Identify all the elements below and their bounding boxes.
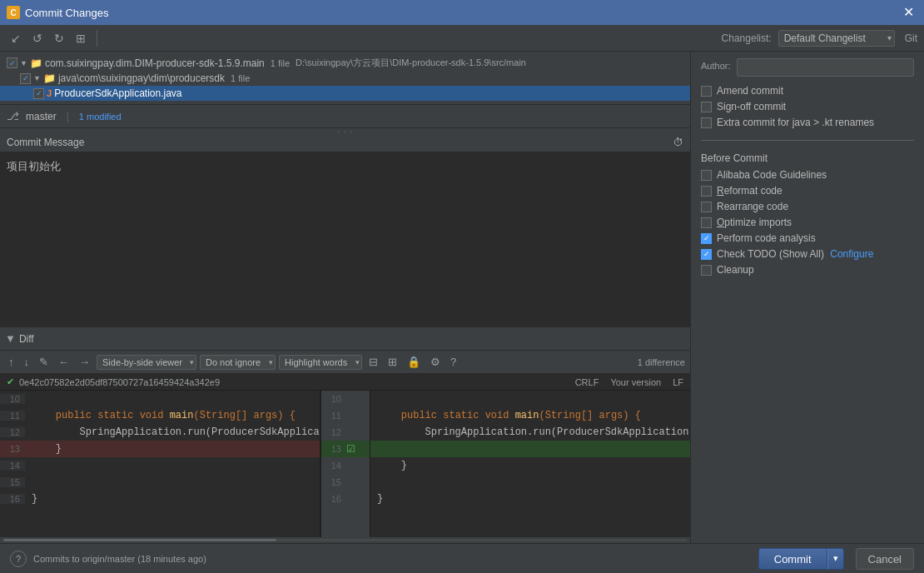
optimize-label: Optimize imports bbox=[717, 217, 792, 228]
right-line-15 bbox=[370, 474, 690, 491]
codeanalysis-item[interactable]: Perform code analysis bbox=[701, 232, 914, 244]
diff-file-hash: 0e42c07582e2d05df87500727a16459424a342e9 bbox=[19, 377, 220, 387]
right-linenums-pane: 10 11 12 13 ☑ 14 bbox=[320, 391, 370, 537]
right-line-11: public static void main(String[] args) { bbox=[370, 407, 690, 424]
amend-commit-item[interactable]: Amend commit bbox=[701, 85, 914, 97]
diff-check-icon: ✔ bbox=[7, 376, 14, 387]
tree-item-root-path: D:\suixingpay\方云项目\DIM-producer-sdk-1.5.… bbox=[296, 57, 526, 69]
folder-icon-package: 📁 bbox=[43, 72, 56, 84]
commit-btn-group: Commit ▾ bbox=[758, 548, 844, 570]
left-linenum-16: 16 bbox=[0, 494, 25, 504]
left-linenum-15: 15 bbox=[0, 477, 25, 487]
horizontal-scrollbar[interactable] bbox=[3, 539, 687, 541]
before-commit-checkboxes: Alibaba Code Guidelines Reformat code Re… bbox=[701, 169, 914, 276]
close-button[interactable]: ✕ bbox=[900, 6, 917, 19]
diff-prev-btn[interactable]: ↑ bbox=[5, 354, 17, 370]
commit-dropdown-btn[interactable]: ▾ bbox=[827, 548, 844, 570]
optimize-checkbox[interactable] bbox=[701, 217, 712, 228]
help-btn[interactable]: ? bbox=[447, 354, 460, 370]
right-panel: Author: Amend commit Sign-off commit Ext… bbox=[691, 52, 924, 543]
changelist-wrapper: Default Changelist ▾ bbox=[778, 30, 895, 47]
extra-commit-label: Extra commit for java > .kt renames bbox=[717, 117, 874, 128]
author-row: Author: bbox=[701, 58, 914, 77]
amend-commit-checkbox[interactable] bbox=[701, 86, 712, 97]
diff-crlf-label: CRLF bbox=[575, 377, 599, 387]
rearrange-item[interactable]: Rearrange code bbox=[701, 201, 914, 212]
center-linenum-13: 13 bbox=[321, 444, 346, 454]
viewer-select[interactable]: Side-by-side viewer bbox=[97, 355, 196, 370]
alibaba-checkbox[interactable] bbox=[701, 170, 712, 181]
tree-item-root[interactable]: ▼ 📁 com.suixingpay.dim.DIM-producer-sdk-… bbox=[0, 55, 690, 71]
tree-checkbox-package[interactable] bbox=[20, 73, 31, 84]
diff-count: 1 difference bbox=[638, 357, 685, 367]
settings-btn[interactable]: ⚙ bbox=[427, 354, 444, 370]
commit-button[interactable]: Commit bbox=[758, 548, 827, 570]
scrollbar-thumb[interactable] bbox=[3, 539, 276, 541]
ignore-select[interactable]: Do not ignore bbox=[200, 355, 276, 370]
right-code-14: } bbox=[370, 460, 690, 471]
left-line-12: 12 SpringApplication.run(ProducerSdkAppl… bbox=[0, 424, 320, 441]
tree-checkbox-file[interactable] bbox=[33, 88, 44, 99]
diff-file-bar: ✔ 0e42c07582e2d05df87500727a16459424a342… bbox=[0, 374, 690, 391]
author-label: Author: bbox=[701, 61, 730, 71]
left-code-16: } bbox=[25, 493, 320, 505]
left-line-15: 15 bbox=[0, 474, 320, 491]
tree-item-package[interactable]: ▼ 📁 java\com\suixingpay\dim\producersdk … bbox=[0, 71, 690, 86]
toolbar-redo-btn[interactable]: ↻ bbox=[50, 29, 68, 47]
before-commit-section: Before Commit Alibaba Code Guidelines Re… bbox=[701, 152, 914, 276]
toolbar-move-btn[interactable]: ↙ bbox=[7, 29, 25, 47]
alibaba-item[interactable]: Alibaba Code Guidelines bbox=[701, 169, 914, 181]
section-divider bbox=[701, 140, 914, 141]
diff-content: 10 11 public static void main(String[] a… bbox=[0, 391, 690, 537]
content-area: ▼ 📁 com.suixingpay.dim.DIM-producer-sdk-… bbox=[0, 52, 924, 543]
cleanup-checkbox[interactable] bbox=[701, 265, 712, 276]
changelist-select[interactable]: Default Changelist bbox=[778, 30, 895, 47]
commit-msg-textarea[interactable]: 项目初始化 bbox=[0, 152, 690, 326]
grid-btn[interactable]: ⊞ bbox=[385, 354, 400, 370]
optimize-item[interactable]: Optimize imports bbox=[701, 217, 914, 228]
diff-next-btn[interactable]: ↓ bbox=[21, 354, 33, 370]
reformat-checkbox[interactable] bbox=[701, 186, 712, 197]
highlight-select[interactable]: Highlight words bbox=[279, 355, 362, 370]
checktodo-checkbox[interactable] bbox=[701, 249, 712, 260]
top-checkbox-group: Amend commit Sign-off commit Extra commi… bbox=[701, 85, 914, 128]
dialog-title: Commit Changes bbox=[25, 7, 108, 19]
diff-back-btn[interactable]: ← bbox=[55, 354, 72, 370]
fold-btn[interactable]: ⊟ bbox=[365, 354, 381, 370]
tree-item-file[interactable]: J ProducerSdkApplication.java bbox=[0, 86, 690, 101]
extra-commit-item[interactable]: Extra commit for java > .kt renames bbox=[701, 117, 914, 128]
reformat-item[interactable]: Reformat code bbox=[701, 185, 914, 197]
center-line-11: 11 bbox=[321, 407, 370, 424]
checktodo-item[interactable]: Check TODO (Show All) Configure bbox=[701, 248, 914, 260]
help-icon-btn[interactable]: ? bbox=[10, 551, 27, 567]
lock-btn[interactable]: 🔒 bbox=[404, 354, 424, 370]
cancel-button[interactable]: Cancel bbox=[856, 548, 914, 570]
signoff-commit-item[interactable]: Sign-off commit bbox=[701, 101, 914, 112]
tree-item-package-name: java\com\suixingpay\dim\producersdk bbox=[58, 72, 225, 84]
configure-link[interactable]: Configure bbox=[830, 248, 873, 260]
diff-fwd-btn[interactable]: → bbox=[76, 354, 93, 370]
commit-msg-header: Commit Message ⏱ bbox=[0, 133, 690, 152]
diff-toolbar: ↑ ↓ ✎ ← → Side-by-side viewer Do not ign… bbox=[0, 351, 690, 374]
toolbar-grid-btn[interactable]: ⊞ bbox=[72, 29, 90, 47]
center-linenum-16: 16 bbox=[321, 494, 346, 504]
toolbar-separator bbox=[97, 30, 97, 47]
diff-section: ▼ Diff ↑ ↓ ✎ ← → Side-by-side viewer bbox=[0, 326, 690, 543]
diff-edit-btn[interactable]: ✎ bbox=[36, 354, 52, 370]
rearrange-checkbox[interactable] bbox=[701, 202, 712, 212]
signoff-commit-checkbox[interactable] bbox=[701, 102, 712, 112]
left-code-12: SpringApplication.run(ProducerSdkApplica… bbox=[25, 426, 320, 438]
cleanup-item[interactable]: Cleanup bbox=[701, 264, 914, 276]
extra-commit-checkbox[interactable] bbox=[701, 117, 712, 128]
codeanalysis-checkbox[interactable] bbox=[701, 233, 712, 244]
diff-collapse-btn[interactable]: ▼ bbox=[5, 332, 16, 345]
left-linenum-14: 14 bbox=[0, 461, 25, 471]
alibaba-label: Alibaba Code Guidelines bbox=[717, 169, 827, 181]
clock-icon[interactable]: ⏱ bbox=[673, 137, 683, 148]
author-input[interactable] bbox=[737, 58, 914, 77]
tree-checkbox-root[interactable] bbox=[7, 57, 17, 68]
center-linenum-15: 15 bbox=[321, 477, 346, 487]
diff-lf-label: LF bbox=[673, 377, 683, 387]
toolbar-undo-btn[interactable]: ↺ bbox=[28, 29, 47, 47]
center-line-12: 12 bbox=[321, 424, 370, 441]
